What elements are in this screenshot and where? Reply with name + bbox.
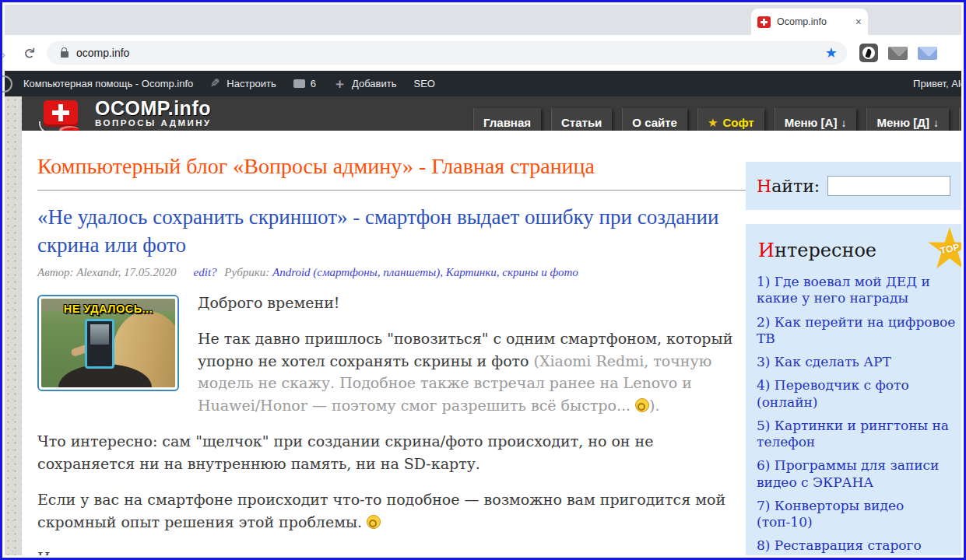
phone-icon <box>85 319 114 369</box>
sidebar-link-2[interactable]: 2) Как перейти на цифровое ТВ <box>757 314 958 348</box>
tab-close-icon[interactable]: × <box>855 16 862 28</box>
admin-customize[interactable]: Настроить <box>210 78 276 89</box>
browser-toolbar: › ↻ ocomp.info ★ <box>5 35 961 71</box>
article-body: НЕ УДАЛОСЬ... Доброго времени! Не так да… <box>37 292 750 555</box>
add-new-label: Добавить <box>352 78 396 89</box>
article-thumbnail[interactable]: НЕ УДАЛОСЬ... <box>37 295 179 391</box>
logo-title: OCOMP.info <box>95 98 212 118</box>
admin-seo[interactable]: SEO <box>414 78 435 89</box>
article-author: Автор: Alexandr, 17.05.2020 <box>37 266 177 278</box>
site-header: OCOMP.info ВОПРОСЫ АДМИНУ Главная Статьи… <box>22 96 961 131</box>
chevron-down-icon: ↓ <box>933 117 939 129</box>
address-bar[interactable]: ocomp.info ★ <box>47 41 847 65</box>
admin-add-new[interactable]: ＋ Добавить <box>333 75 396 93</box>
main-column: Компьютерный блог «Вопросы админу» - Гла… <box>37 131 750 555</box>
site-logo[interactable]: OCOMP.info ВОПРОСЫ АДМИНУ <box>37 98 212 132</box>
sidebar-link-6[interactable]: 6) Программы для записи видео с ЭКРАНА <box>757 457 958 491</box>
sidebar: Найти: TOP Интересное 1) Где воевал мой … <box>746 162 961 555</box>
interesting-widget: TOP Интересное 1) Где воевал мой ДЕД и к… <box>746 224 961 555</box>
rubrics-label: Рубрики: <box>224 266 269 278</box>
paragraph-advice: Если у вас на смартфоне происходит что-т… <box>37 488 750 533</box>
article-meta: Автор: Alexandr, 17.05.2020edit? Рубрики… <box>37 266 750 279</box>
tab-title: Ocomp.info <box>777 16 855 27</box>
reload-icon[interactable]: ↻ <box>20 47 38 59</box>
extension-icons <box>859 44 937 62</box>
mail-blue-icon[interactable] <box>918 47 937 60</box>
search-label: Найти: <box>757 177 820 196</box>
ok-hand-emoji <box>367 515 381 529</box>
paragraph-detail: Что интересно: сам "щелчок" при создании… <box>37 430 750 474</box>
wp-admin-bar: Компьютерная помощь - Ocomp.info Настрои… <box>5 71 961 96</box>
admin-comments[interactable]: 6 <box>293 78 316 89</box>
tab-strip: Ocomp.info × <box>5 5 961 35</box>
lock-icon <box>61 51 68 58</box>
article-title[interactable]: «Не удалось сохранить скриншот» - смартф… <box>37 203 750 260</box>
admin-greeting[interactable]: Привет, Ale <box>913 78 966 89</box>
browser-tab[interactable]: Ocomp.info × <box>751 9 868 35</box>
url-text[interactable]: ocomp.info <box>76 47 825 59</box>
sidebar-link-7[interactable]: 7) Конверторы видео (топ-10) <box>757 498 958 531</box>
rubric-links[interactable]: Android (смартфоны, планшеты), Картинки,… <box>272 266 578 278</box>
thumbnail-image: НЕ УДАЛОСЬ... <box>41 299 175 387</box>
sidebar-link-3[interactable]: 3) Как сделать АРТ <box>757 354 958 370</box>
chevron-down-icon: ↓ <box>841 117 846 129</box>
logo-subtitle: ВОПРОСЫ АДМИНУ <box>95 118 212 128</box>
sidebar-link-1[interactable]: 1) Где воевал мой ДЕД и какие у него наг… <box>757 274 958 307</box>
comments-count: 6 <box>311 78 316 89</box>
search-input[interactable] <box>827 176 950 196</box>
page-title: Компьютерный блог «Вопросы админу» - Гла… <box>37 154 750 179</box>
paragraph-cutoff: И <box>37 547 750 555</box>
page-area: OCOMP.info ВОПРОСЫ АДМИНУ Главная Статьи… <box>5 96 961 555</box>
aid-kit-icon <box>44 100 78 127</box>
wordpress-logo-icon[interactable] <box>0 75 12 93</box>
site-favicon-icon <box>757 16 771 28</box>
comment-bubble-icon <box>293 79 305 88</box>
bookmark-star-icon[interactable]: ★ <box>825 44 838 61</box>
admin-site-name[interactable]: Компьютерная помощь - Ocomp.info <box>23 78 193 89</box>
extension-pen-icon[interactable] <box>859 44 878 62</box>
sidebar-link-8[interactable]: 8) Реставрация старого фото <box>757 537 958 555</box>
mail-gray-icon[interactable] <box>888 47 908 60</box>
browser-window: Ocomp.info × › ↻ ocomp.info ★ Компьютерн… <box>0 0 966 560</box>
customize-label: Настроить <box>227 78 276 89</box>
divider <box>37 190 750 191</box>
edit-link[interactable]: edit? <box>194 266 217 278</box>
interesting-title: Интересное <box>758 240 958 261</box>
plus-icon: ＋ <box>333 75 346 93</box>
sidebar-link-5[interactable]: 5) Картинки и рингтоны на телефон <box>757 418 958 451</box>
star-icon: ★ <box>708 116 718 130</box>
brush-icon <box>210 79 221 89</box>
forward-icon[interactable]: › <box>2 47 9 58</box>
search-widget: Найти: <box>746 162 961 210</box>
content-area: Компьютерный блог «Вопросы админу» - Гла… <box>22 131 961 555</box>
ok-hand-emoji <box>635 398 649 412</box>
sidebar-link-4[interactable]: 4) Переводчик с фото (онлайн) <box>757 377 958 411</box>
thumbnail-caption: НЕ УДАЛОСЬ... <box>41 301 175 318</box>
